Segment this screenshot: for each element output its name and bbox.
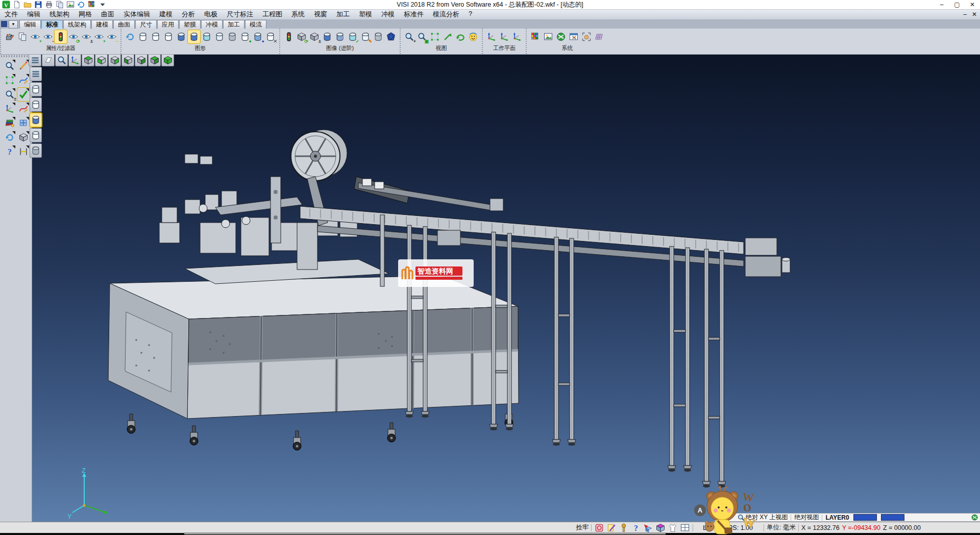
workplane-align-icon[interactable] — [498, 30, 510, 43]
quick-access-dropdown[interactable] — [98, 1, 107, 9]
help-icon[interactable]: ? — [4, 145, 16, 158]
layer-cylinder-icon[interactable] — [150, 30, 162, 43]
tab-线架构[interactable]: 线架构 — [63, 20, 91, 29]
menu-加工[interactable]: 加工 — [332, 10, 354, 19]
show-all-icon[interactable]: + — [93, 30, 105, 43]
menu-曲面[interactable]: 曲面 — [96, 10, 119, 19]
measure-distance-icon[interactable] — [17, 145, 30, 158]
menu-视窗[interactable]: 视窗 — [309, 10, 332, 19]
doc-minimize-button[interactable]: – — [963, 11, 967, 18]
shirt-icon[interactable] — [668, 523, 678, 533]
layer-copy-icon[interactable]: ● — [252, 30, 264, 43]
confirm-check-icon[interactable] — [17, 88, 30, 101]
selection-frame-icon[interactable] — [4, 74, 16, 87]
shade-smiley-icon[interactable] — [467, 30, 479, 43]
shade-ghost-icon[interactable] — [30, 143, 42, 158]
workplane-rotate-icon[interactable] — [511, 30, 523, 43]
image-settings-icon[interactable] — [542, 30, 554, 43]
cubes-plus-minus-icon[interactable]: ± — [308, 30, 321, 43]
globe-icon[interactable] — [970, 514, 979, 522]
prism-cube-icon[interactable] — [655, 523, 666, 533]
menu-编辑[interactable]: 编辑 — [22, 10, 45, 19]
active-layer-label[interactable]: LAYER0 — [825, 514, 849, 521]
regen-icon[interactable] — [4, 131, 16, 144]
layer-cylinder-wire-icon[interactable] — [226, 30, 238, 43]
tab-塑膜[interactable]: 塑膜 — [179, 20, 201, 29]
3d-viewport[interactable]: 智造资料网 Z Y — [32, 54, 980, 522]
tab-加工[interactable]: 加工 — [223, 20, 244, 29]
shade-hidden-icon[interactable] — [30, 98, 42, 112]
traffic-cubes-icon[interactable] — [283, 30, 295, 43]
view-right-cube-icon[interactable] — [135, 54, 148, 66]
menu-文件[interactable]: 文件 — [0, 10, 22, 19]
layer-cylinder-icon[interactable] — [137, 30, 149, 43]
shade-list-icon[interactable] — [30, 67, 42, 81]
view-top-cube-icon[interactable] — [82, 54, 94, 66]
grid-mesh-icon[interactable] — [593, 30, 605, 43]
cylinder-striped-icon[interactable] — [334, 30, 346, 43]
view-iso-cube-icon[interactable] — [148, 54, 161, 66]
window-close-button[interactable]: ✕ — [965, 1, 980, 9]
layer-recycle-icon[interactable]: ● — [239, 30, 251, 43]
visi-logo[interactable]: V — [2, 1, 11, 9]
menu-系统[interactable]: 系统 — [287, 10, 309, 19]
shade-shaded-icon[interactable] — [30, 113, 42, 127]
system-globe-icon[interactable] — [555, 30, 567, 43]
copy-attributes-icon[interactable] — [16, 30, 29, 43]
wcs-axis-icon[interactable] — [4, 102, 16, 115]
bolt-icon[interactable] — [619, 523, 629, 533]
view-axis-icon[interactable] — [68, 54, 81, 66]
cylinder-blue-icon[interactable] — [321, 30, 333, 43]
copy-sheets-icon[interactable] — [55, 1, 64, 9]
cylinder-wire-icon[interactable] — [372, 30, 384, 43]
zoom-in-icon[interactable]: + — [403, 30, 415, 43]
zoom-extents-icon[interactable]: ± — [4, 88, 16, 101]
sketch-search-icon[interactable] — [4, 59, 16, 72]
tab-尺寸[interactable]: 尺寸 — [135, 20, 157, 29]
zoom-window-icon[interactable]: ▣ — [416, 30, 428, 43]
toggle-visibility-icon[interactable]: ± — [80, 30, 92, 43]
pin-toggle[interactable]: 拴牢 — [576, 523, 589, 532]
color-swatch-2[interactable] — [881, 514, 904, 521]
refresh-visibility-icon[interactable]: ⟳ — [67, 30, 80, 43]
menu-建模[interactable]: 建模 — [155, 10, 177, 19]
view-back-cube-icon[interactable] — [108, 54, 121, 66]
menu-电极[interactable]: 电极 — [200, 10, 222, 19]
curve-edit-icon[interactable] — [17, 102, 30, 115]
polyhedron-icon[interactable] — [385, 30, 397, 43]
menu-?[interactable]: ? — [464, 10, 477, 19]
cylinder-note-icon[interactable]: ✎ — [359, 30, 372, 43]
menu-工程图[interactable]: 工程图 — [258, 10, 287, 19]
view-shaded-cube-icon[interactable] — [161, 54, 174, 66]
tab-模流[interactable]: 模流 — [245, 20, 266, 29]
show-entities-icon[interactable]: + — [29, 30, 41, 43]
horizontal-scrollbar[interactable] — [184, 532, 666, 534]
filter-traffic-light-icon[interactable] — [55, 30, 67, 43]
palette-icon[interactable] — [87, 1, 96, 9]
color-palette-icon[interactable] — [529, 30, 542, 43]
menu-线架构[interactable]: 线架构 — [45, 10, 74, 19]
absolute-view-label[interactable]: 绝对视图 — [794, 513, 819, 522]
wand-doc-icon[interactable] — [606, 523, 617, 533]
view-zoom-icon[interactable] — [55, 54, 68, 66]
pan-arrow-icon[interactable] — [442, 30, 454, 43]
erase-pencil-icon[interactable] — [17, 59, 30, 72]
tab-标准[interactable]: 标准 — [41, 20, 63, 29]
layer-cylinder-cyan-icon[interactable] — [201, 30, 213, 43]
tab-dropdown-button[interactable]: ▼ — [9, 20, 18, 29]
solid-cube-icon[interactable] — [17, 131, 30, 144]
menu-模流分析[interactable]: 模流分析 — [428, 10, 464, 19]
hide-entities-icon[interactable]: − — [42, 30, 54, 43]
hide-all-icon[interactable]: − — [106, 30, 118, 43]
rotate-view-icon[interactable] — [454, 30, 467, 43]
select-hand-icon[interactable] — [580, 30, 593, 43]
snap-arrow-icon[interactable] — [643, 523, 653, 533]
tab-编辑[interactable]: 编辑 — [19, 20, 41, 29]
shade-shaded-edges-icon[interactable] — [30, 128, 42, 142]
open-folder-icon[interactable] — [23, 1, 32, 9]
toolbar-drag-handle[interactable] — [1, 55, 30, 57]
spline-pencil-icon[interactable] — [17, 74, 30, 87]
shade-wireframe-icon[interactable] — [30, 82, 42, 96]
layer-cylinder-light-icon[interactable] — [213, 30, 226, 43]
view-plane-icon[interactable] — [42, 54, 55, 66]
